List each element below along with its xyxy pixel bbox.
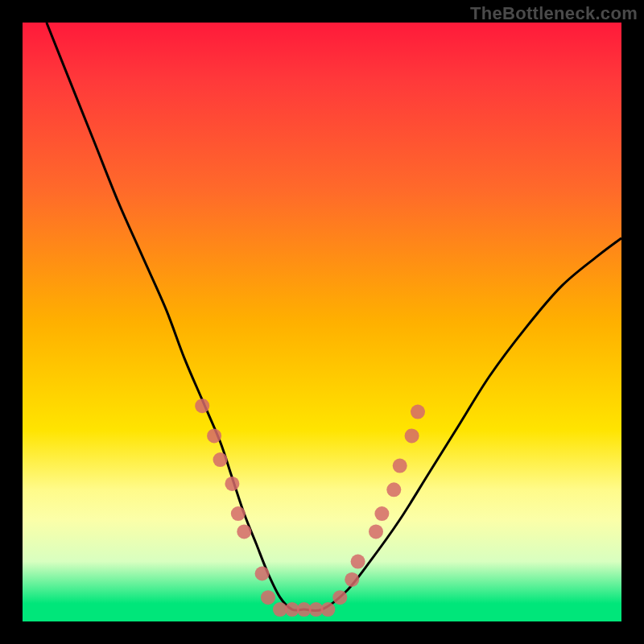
curve-marker [405,428,419,443]
curve-marker [237,524,251,539]
bottleneck-curve [47,23,621,611]
curve-marker [351,555,365,569]
curve-marker [195,398,209,413]
curve-marker [411,405,425,419]
curve-marker [255,567,270,581]
curve-marker [393,459,407,473]
curve-marker [386,482,401,497]
curve-marker [320,602,335,617]
curve-marker [332,590,347,605]
curve-markers [195,398,425,617]
curve-marker [261,590,275,605]
curve-marker [345,572,359,587]
watermark-text: TheBottleneck.com [470,3,638,24]
curve-marker [225,477,239,491]
chart-frame [23,23,621,621]
curve-marker [231,506,246,521]
chart-svg [23,23,621,621]
curve-marker [213,452,228,467]
curve-marker [369,524,383,539]
curve-marker [207,428,221,443]
curve-marker [374,506,389,521]
